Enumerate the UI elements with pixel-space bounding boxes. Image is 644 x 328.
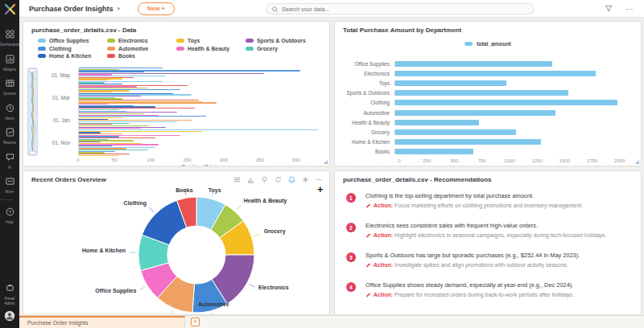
- sidebar-item-dashboards[interactable]: Dashboards: [0, 27, 19, 47]
- data-bar[interactable]: [79, 109, 119, 110]
- chart-type-icon[interactable]: [246, 175, 254, 183]
- value-bar[interactable]: [395, 120, 479, 125]
- search-box[interactable]: [266, 3, 535, 14]
- sidebar-item-label: Reports: [3, 141, 16, 145]
- panel-resize-handle[interactable]: [635, 160, 639, 164]
- chevron-down-icon[interactable]: ▾: [118, 6, 121, 12]
- tab-purchase-order-insights[interactable]: Purchase Order Insights: [19, 316, 185, 328]
- stacked-bar-chart: [78, 68, 320, 156]
- action-text: Investigate spikes and align promotions …: [394, 262, 568, 268]
- data-bar[interactable]: [79, 125, 148, 126]
- recommendation-text: Clothing is the top-selling department b…: [365, 192, 633, 199]
- legend-swatch: [107, 39, 115, 43]
- data-bar[interactable]: [79, 121, 177, 122]
- donut-label-office-supplies: Office Supplies: [95, 288, 136, 294]
- workspace-icon[interactable]: [6, 281, 14, 295]
- sidebar-item-ai[interactable]: AI: [0, 150, 19, 170]
- header-more-icon[interactable]: ⋯: [625, 5, 634, 14]
- new-button[interactable]: New +: [138, 2, 175, 15]
- recommendation-list: 1Clothing is the top-selling department …: [346, 192, 633, 311]
- sidebar-item-label: Dashboards: [0, 43, 19, 47]
- sidebar-item-label: Alerts: [5, 117, 14, 121]
- bar-track: [394, 71, 628, 76]
- sidebar-item-label: Help: [6, 220, 13, 224]
- legend-item-sports-outdoors[interactable]: Sports & Outdoors: [246, 38, 315, 43]
- value-bar[interactable]: [395, 100, 617, 105]
- x-axis-ticks: 025050075010001250150017502000: [343, 158, 628, 165]
- action-label: Action:: [374, 232, 393, 238]
- legend-item-grocery[interactable]: Grocery: [246, 46, 315, 51]
- legend-item-health-beauty[interactable]: Health & Beauty: [176, 46, 246, 51]
- workspace-label: Knowl Admin: [1, 297, 19, 305]
- legend-item-clothing[interactable]: Clothing: [38, 46, 107, 51]
- legend-item-home-kitchen[interactable]: Home & Kitchen: [38, 53, 107, 59]
- add-tab-button[interactable]: +: [191, 318, 200, 326]
- chart-legend: Office SuppliesElectronicsToysSports & O…: [23, 38, 329, 59]
- action-wrench-icon: [365, 232, 371, 240]
- x-axis-tick: 250: [423, 158, 431, 163]
- data-bar[interactable]: [79, 155, 119, 156]
- bar-track: [394, 120, 628, 125]
- chart-legend[interactable]: total_amount: [335, 41, 641, 47]
- legend-swatch: [246, 39, 254, 43]
- panel-data-chart: purchase_order_details.csv - Data Office…: [23, 21, 330, 166]
- x-axis-tick: 200: [220, 158, 228, 162]
- filter-funnel-icon[interactable]: [605, 2, 613, 16]
- x-axis-tick: 750: [478, 158, 486, 163]
- user-avatar[interactable]: [4, 310, 15, 325]
- ai-icon: [6, 150, 14, 165]
- recommendation-item-1: 1Clothing is the top-selling department …: [346, 192, 633, 211]
- left-sidebar: DashboardsWidgetsQueriesAlertsReportsAIM…: [0, 0, 19, 328]
- value-bar[interactable]: [395, 90, 568, 96]
- sidebar-item-widgets[interactable]: Widgets: [0, 52, 19, 72]
- bell-icon[interactable]: [287, 175, 295, 183]
- sidebar-item-help[interactable]: ?Help: [0, 205, 19, 224]
- bar-track: [394, 129, 628, 135]
- value-bar[interactable]: [395, 129, 516, 135]
- category-label: Toys: [343, 80, 394, 86]
- sidebar-item-alerts[interactable]: Alerts: [0, 101, 19, 121]
- sidebar-item-more[interactable]: More: [0, 174, 19, 194]
- value-bar[interactable]: [395, 71, 596, 76]
- panel-title: Total Purchase Amount by Department: [335, 22, 641, 36]
- legend-swatch: [107, 54, 115, 58]
- lightbulb-icon[interactable]: [260, 175, 268, 183]
- bar-row-home-kitchen: Home & Kitchen: [343, 137, 628, 147]
- data-bar[interactable]: [79, 133, 122, 134]
- legend-swatch: [246, 47, 254, 51]
- app-logo-icon[interactable]: [0, 0, 19, 18]
- more-options-icon[interactable]: [315, 175, 323, 183]
- hamburger-menu-icon[interactable]: [233, 175, 241, 183]
- x-axis-tick: 1500: [559, 158, 570, 163]
- y-axis-tick: 01. Nov: [52, 140, 70, 146]
- sidebar-item-label: Widgets: [3, 68, 16, 72]
- recommendation-number-badge: 2: [346, 223, 356, 232]
- search-icon: [272, 2, 279, 16]
- recommendation-number-badge: 1: [346, 193, 356, 203]
- refresh-icon[interactable]: [274, 175, 282, 183]
- legend-item-books[interactable]: Books: [107, 53, 176, 59]
- value-bar[interactable]: [395, 149, 473, 154]
- sidebar-item-queries[interactable]: Queries: [0, 76, 19, 96]
- bar-row-grocery: Grocery: [343, 127, 628, 137]
- legend-item-automotive[interactable]: Automotive: [107, 46, 176, 51]
- legend-item-toys[interactable]: Toys: [176, 38, 246, 43]
- value-bar[interactable]: [395, 110, 555, 116]
- category-label: Grocery: [343, 129, 394, 135]
- legend-item-office-supplies[interactable]: Office Supplies: [38, 38, 107, 43]
- x-axis-tick: 100: [147, 158, 155, 162]
- data-bar[interactable]: [79, 113, 144, 114]
- data-bar[interactable]: [79, 117, 122, 118]
- panel-resize-handle[interactable]: [324, 160, 328, 164]
- data-bar[interactable]: [79, 129, 318, 130]
- legend-item-electronics[interactable]: Electronics: [107, 38, 176, 43]
- dashboards-icon: [6, 27, 14, 42]
- value-bar[interactable]: [395, 80, 506, 86]
- sidebar-item-reports[interactable]: Reports: [0, 125, 19, 145]
- snapshot-icon[interactable]: [301, 175, 309, 183]
- chart-range-navigator[interactable]: [27, 68, 38, 156]
- value-bar[interactable]: [395, 139, 541, 145]
- value-bar[interactable]: [395, 61, 552, 67]
- search-input[interactable]: [282, 6, 528, 12]
- legend-swatch: [38, 54, 46, 58]
